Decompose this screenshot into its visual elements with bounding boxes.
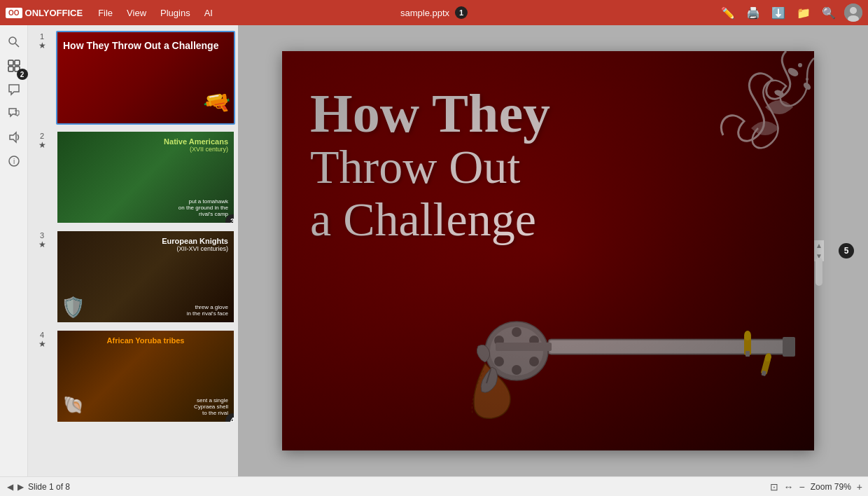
- file-name-area: sample.pptx 1: [400, 6, 468, 19]
- slide-panel: 1 ★ How They Throw Out a Challenge 🔫 2 ★: [28, 25, 238, 476]
- svg-point-1: [850, 7, 857, 14]
- menu-ai[interactable]: AI: [197, 0, 220, 25]
- slide-prev-button[interactable]: ◀: [6, 482, 15, 492]
- slide-4-num-area: 4 ★: [31, 329, 53, 349]
- slide-nav: ◀ ▶: [6, 482, 25, 492]
- svg-rect-7: [8, 67, 13, 71]
- sidebar-search-icon[interactable]: [3, 31, 25, 53]
- gun-image: [408, 280, 814, 422]
- svg-point-31: [744, 331, 751, 340]
- menu-bar: OO ONLYOFFICE File View Plugins AI sampl…: [0, 0, 868, 25]
- svg-point-3: [9, 37, 16, 44]
- slide-2-thumb-title: Native Americans: [63, 137, 228, 146]
- scroll-up-arrow[interactable]: ▲: [814, 240, 824, 251]
- svg-line-4: [15, 43, 19, 47]
- sidebar-chat-icon[interactable]: [3, 102, 25, 125]
- slide-title-line2: Throw Out: [310, 141, 550, 193]
- slide-3-thumb-title: European Knights: [63, 237, 228, 245]
- status-right: ⊡ ↔ − Zoom 79% +: [770, 481, 862, 492]
- svg-point-22: [512, 327, 522, 337]
- slide-2-thumbnail[interactable]: Native Americans (XVII century) put a to…: [56, 130, 235, 224]
- slide-2-star: ★: [38, 140, 46, 150]
- file-badge: 1: [455, 6, 468, 19]
- slide-1-thumbnail[interactable]: How They Throw Out a Challenge 🔫: [56, 31, 235, 125]
- main-area: 2 i 1 ★ How They Throw Out a Challenge: [0, 25, 868, 476]
- svg-rect-5: [8, 60, 13, 65]
- slide-3-num-area: 3 ★: [31, 230, 53, 249]
- zoom-level: Zoom 79%: [811, 482, 851, 492]
- logo-text: ONLYOFFICE: [25, 8, 83, 18]
- folder-icon[interactable]: 📁: [794, 5, 813, 21]
- side-panel: 2 i: [0, 25, 28, 476]
- svg-marker-9: [10, 132, 16, 142]
- sidebar-slides-icon[interactable]: 2: [3, 55, 25, 77]
- logo-icon: OO: [6, 8, 22, 18]
- badge-3: 3: [225, 214, 235, 224]
- slide-3-star: ★: [38, 240, 46, 249]
- svg-point-15: [798, 63, 802, 67]
- slide-3-number: 3: [40, 231, 44, 240]
- status-bar: ◀ ▶ Slide 1 of 8 ⊡ ↔ − Zoom 79% +: [0, 476, 868, 496]
- slide-thumb-2[interactable]: 2 ★ Native Americans (XVII century) put …: [31, 130, 235, 224]
- slide-3-thumb-subtitle: (XII-XVI centuries): [63, 245, 228, 252]
- slide-2-number: 2: [40, 132, 44, 140]
- fit-width-button[interactable]: ↔: [784, 481, 794, 492]
- slide-3-thumb-desc: threw a glovein the rival's face: [63, 304, 228, 317]
- svg-rect-29: [496, 343, 552, 351]
- menu-file[interactable]: File: [91, 0, 120, 25]
- scroll-thumb[interactable]: [816, 258, 822, 286]
- slide-2-thumb-subtitle: (XVII century): [63, 146, 228, 153]
- print-icon[interactable]: 🖨️: [743, 5, 763, 21]
- svg-point-27: [529, 357, 539, 366]
- file-name-text: sample.pptx: [400, 8, 449, 18]
- sidebar-comment-icon[interactable]: [3, 78, 25, 101]
- slide-2-thumb-desc: put a tomahawkon the ground in therival'…: [63, 198, 228, 217]
- slide-3-thumbnail[interactable]: European Knights (XII-XVI centuries) thr…: [56, 230, 235, 324]
- slide-thumb-1[interactable]: 1 ★ How They Throw Out a Challenge 🔫: [31, 31, 235, 125]
- menu-view[interactable]: View: [120, 0, 153, 25]
- sidebar-speaker-icon[interactable]: [3, 126, 25, 149]
- svg-point-23: [512, 365, 522, 375]
- svg-rect-32: [746, 351, 750, 357]
- user-avatar[interactable]: [844, 4, 862, 22]
- svg-point-16: [806, 78, 808, 81]
- menu-plugins[interactable]: Plugins: [153, 0, 197, 25]
- svg-point-26: [494, 357, 504, 366]
- slide-1-number: 1: [40, 32, 44, 41]
- slide-title-line3: a Challenge: [310, 193, 550, 246]
- slide-4-star: ★: [38, 339, 46, 349]
- sidebar-info-icon[interactable]: i: [3, 150, 25, 172]
- zoom-in-button[interactable]: +: [857, 481, 862, 492]
- search-icon[interactable]: 🔍: [819, 5, 839, 21]
- badge-4: 4: [225, 413, 235, 423]
- svg-text:i: i: [13, 158, 14, 165]
- slide-1-star: ★: [38, 41, 46, 50]
- slide-1-thumb-title: How They Throw Out a Challenge: [63, 39, 228, 52]
- fit-page-button[interactable]: ⊡: [770, 481, 778, 492]
- slide-1-thumb-gun: 🔫: [201, 88, 233, 118]
- status-left: ◀ ▶ Slide 1 of 8: [6, 482, 70, 492]
- svg-rect-19: [783, 337, 795, 357]
- slide-4-number: 4: [40, 331, 44, 339]
- slide-4-thumb-desc: sent a singleCypraea shellto the rival: [63, 397, 228, 416]
- slide-4-thumb-title: African Yoruba tribes: [63, 336, 228, 345]
- edit-icon[interactable]: ✏️: [718, 5, 738, 21]
- app-logo: OO ONLYOFFICE: [6, 8, 83, 18]
- slide-2-num-area: 2 ★: [31, 130, 53, 150]
- main-slide-content: How They Throw Out a Challenge: [310, 86, 550, 246]
- slide-view: 5: [238, 25, 868, 476]
- slide-thumb-4[interactable]: 4 ★ African Yoruba tribes sent a singleC…: [31, 329, 235, 423]
- main-slide-canvas: How They Throw Out a Challenge: [282, 51, 814, 450]
- svg-rect-6: [15, 60, 20, 65]
- badge-5: 5: [839, 243, 854, 259]
- toolbar-right: ✏️ 🖨️ ⬇️ 📁 🔍: [718, 4, 862, 22]
- slide-4-thumbnail[interactable]: African Yoruba tribes sent a singleCypra…: [56, 329, 235, 423]
- slide-1-num-area: 1 ★: [31, 31, 53, 50]
- vertical-scrollbar[interactable]: ▲ ▼: [814, 240, 824, 261]
- slide-thumb-3[interactable]: 3 ★ European Knights (XII-XVI centuries)…: [31, 230, 235, 324]
- swirl-decoration: [660, 51, 814, 205]
- download-icon[interactable]: ⬇️: [769, 5, 788, 21]
- slide-next-button[interactable]: ▶: [16, 482, 25, 492]
- zoom-out-button[interactable]: −: [799, 481, 805, 492]
- slide-title-line1: How They: [310, 86, 550, 141]
